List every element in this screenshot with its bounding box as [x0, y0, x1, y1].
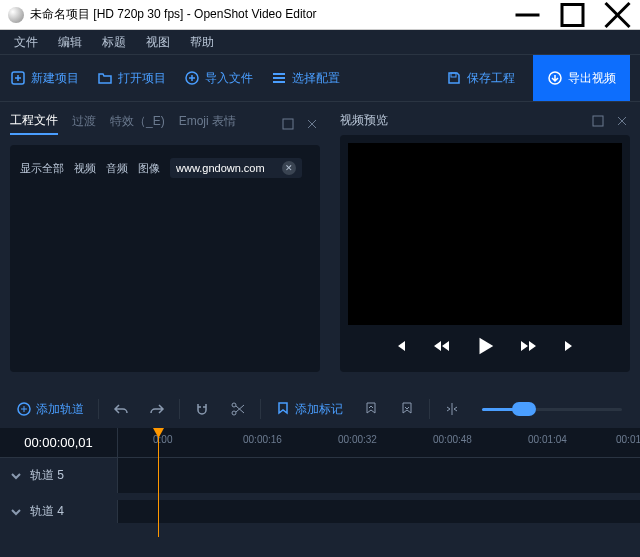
zoom-slider[interactable] — [472, 408, 632, 411]
playhead[interactable] — [158, 428, 159, 537]
detach-icon[interactable] — [590, 113, 606, 129]
slider-thumb[interactable] — [512, 402, 536, 416]
menu-file[interactable]: 文件 — [6, 32, 46, 53]
marker-icon — [275, 401, 291, 417]
cut-button[interactable] — [222, 395, 254, 423]
add-marker-button[interactable]: 添加标记 — [267, 395, 351, 424]
video-preview[interactable] — [348, 143, 622, 325]
content-area: 工程文件 过渡 特效（_E) Emoji 表情 显示全部 视频 音频 图像 ✕ — [0, 102, 640, 382]
filter-all[interactable]: 显示全部 — [20, 161, 64, 176]
search-input[interactable] — [176, 162, 276, 174]
timecode[interactable]: 00:00:00,01 — [0, 428, 118, 457]
ruler-ticks[interactable]: 0:00 00:00:16 00:00:32 00:00:48 00:01:04… — [118, 428, 640, 457]
timeline-toolbar: 添加轨道 添加标记 — [0, 390, 640, 428]
track-header[interactable]: 轨道 4 — [0, 500, 118, 523]
redo-icon — [149, 401, 165, 417]
snap-button[interactable] — [186, 395, 218, 423]
play-icon[interactable] — [474, 335, 496, 360]
timeline: 00:00:00,01 0:00 00:00:16 00:00:32 00:00… — [0, 428, 640, 524]
detach-icon[interactable] — [280, 116, 296, 132]
new-icon — [10, 70, 26, 86]
main-toolbar: 新建项目 打开项目 导入文件 选择配置 保存工程 导出视频 — [0, 55, 640, 101]
plus-circle-icon — [16, 401, 32, 417]
settings-button[interactable]: 选择配置 — [271, 70, 340, 87]
rewind-icon[interactable] — [432, 338, 450, 357]
svg-rect-15 — [283, 119, 293, 129]
track-label: 轨道 5 — [30, 467, 64, 484]
slider-track — [482, 408, 622, 411]
skip-start-icon[interactable] — [392, 338, 408, 357]
tab-transition[interactable]: 过渡 — [72, 113, 96, 134]
center-icon — [444, 401, 460, 417]
next-marker-button[interactable] — [391, 395, 423, 423]
menu-help[interactable]: 帮助 — [182, 32, 222, 53]
panel-actions — [280, 116, 320, 132]
track-header[interactable]: 轨道 5 — [0, 458, 118, 493]
chevron-down-icon[interactable] — [8, 468, 24, 484]
separator — [179, 399, 180, 419]
prev-marker-button[interactable] — [355, 395, 387, 423]
svg-line-27 — [236, 405, 244, 412]
import-button[interactable]: 导入文件 — [184, 70, 253, 87]
preview-panel: 视频预览 — [330, 102, 640, 382]
prev-marker-icon — [363, 401, 379, 417]
forward-icon[interactable] — [520, 338, 538, 357]
close-panel-icon[interactable] — [304, 116, 320, 132]
export-button[interactable]: 导出视频 — [533, 55, 630, 101]
menu-edit[interactable]: 编辑 — [50, 32, 90, 53]
filter-row: 显示全部 视频 音频 图像 ✕ — [20, 155, 310, 181]
maximize-button[interactable] — [550, 0, 595, 30]
preview-box — [340, 135, 630, 372]
track-row: 轨道 5 — [0, 458, 640, 494]
svg-rect-12 — [273, 81, 285, 83]
menu-view[interactable]: 视图 — [138, 32, 178, 53]
filter-audio[interactable]: 音频 — [106, 161, 128, 176]
svg-rect-11 — [273, 77, 285, 79]
window-controls — [505, 0, 640, 30]
undo-icon — [113, 401, 129, 417]
add-track-label: 添加轨道 — [36, 401, 84, 418]
filter-image[interactable]: 图像 — [138, 161, 160, 176]
svg-rect-18 — [593, 116, 603, 126]
window-title: 未命名项目 [HD 720p 30 fps] - OpenShot Video … — [30, 6, 505, 23]
clear-search-icon[interactable]: ✕ — [282, 161, 296, 175]
track-content[interactable] — [118, 500, 640, 523]
preview-header: 视频预览 — [340, 112, 630, 129]
tick: 00:00:32 — [338, 434, 377, 445]
magnet-icon — [194, 401, 210, 417]
filter-video[interactable]: 视频 — [74, 161, 96, 176]
new-label: 新建项目 — [31, 70, 79, 87]
new-project-button[interactable]: 新建项目 — [10, 70, 79, 87]
scissors-icon — [230, 401, 246, 417]
tick: 00:00:48 — [433, 434, 472, 445]
separator — [260, 399, 261, 419]
separator — [98, 399, 99, 419]
tick: 0:00 — [153, 434, 172, 445]
add-track-button[interactable]: 添加轨道 — [8, 395, 92, 424]
chevron-down-icon[interactable] — [8, 504, 24, 520]
svg-point-25 — [232, 411, 236, 415]
import-label: 导入文件 — [205, 70, 253, 87]
close-panel-icon[interactable] — [614, 113, 630, 129]
minimize-button[interactable] — [505, 0, 550, 30]
redo-button[interactable] — [141, 395, 173, 423]
track-content[interactable] — [118, 458, 640, 493]
tick: 00:01:04 — [528, 434, 567, 445]
preview-actions — [590, 113, 630, 129]
center-button[interactable] — [436, 395, 468, 423]
folder-icon — [97, 70, 113, 86]
close-button[interactable] — [595, 0, 640, 30]
save-button[interactable]: 保存工程 — [446, 70, 515, 87]
ruler: 00:00:00,01 0:00 00:00:16 00:00:32 00:00… — [0, 428, 640, 458]
tab-project[interactable]: 工程文件 — [10, 112, 58, 135]
tab-emoji[interactable]: Emoji 表情 — [179, 113, 236, 134]
svg-rect-1 — [562, 4, 583, 25]
open-project-button[interactable]: 打开项目 — [97, 70, 166, 87]
skip-end-icon[interactable] — [562, 338, 578, 357]
undo-button[interactable] — [105, 395, 137, 423]
tab-effects[interactable]: 特效（_E) — [110, 113, 165, 134]
next-marker-icon — [399, 401, 415, 417]
save-icon — [446, 70, 462, 86]
track-row: 轨道 4 — [0, 500, 640, 524]
menu-title[interactable]: 标题 — [94, 32, 134, 53]
